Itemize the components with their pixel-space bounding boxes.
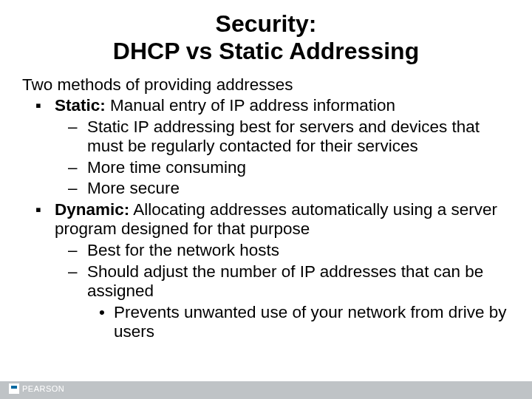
subsub-bullet: •Prevents unwanted use of your network f… bbox=[114, 303, 510, 342]
sub-bullet: –More time consuming bbox=[87, 158, 510, 178]
subsub-text: Prevents unwanted use of your network fr… bbox=[114, 303, 507, 341]
intro-text: Two methods of providing addresses bbox=[22, 75, 510, 95]
dash-bullet-icon: – bbox=[68, 117, 87, 137]
footer-bar: PEARSON bbox=[0, 381, 532, 399]
sub-text: Static IP addressing best for servers an… bbox=[87, 117, 480, 156]
title-line-1: Security: bbox=[216, 10, 317, 37]
bullet-dynamic: ▪Dynamic: Allocating addresses automatic… bbox=[55, 200, 510, 239]
sub-bullet: –More secure bbox=[87, 179, 510, 199]
dash-bullet-icon: – bbox=[68, 241, 87, 261]
dynamic-label: Dynamic: bbox=[55, 200, 129, 219]
sub-text: More secure bbox=[87, 179, 180, 197]
slide-title: Security: DHCP vs Static Addressing bbox=[0, 0, 532, 71]
square-bullet-icon: ▪ bbox=[35, 96, 55, 116]
sub-bullet: –Best for the network hosts bbox=[87, 241, 510, 261]
sub-text: Best for the network hosts bbox=[87, 241, 279, 259]
dash-bullet-icon: – bbox=[68, 179, 87, 199]
static-label: Static: bbox=[55, 96, 106, 115]
pearson-logo: PEARSON bbox=[9, 381, 64, 396]
square-bullet-icon: ▪ bbox=[35, 200, 55, 220]
dash-bullet-icon: – bbox=[68, 158, 87, 178]
sub-text: More time consuming bbox=[87, 158, 246, 177]
dash-bullet-icon: – bbox=[68, 262, 87, 282]
sub-bullet: –Should adjust the number of IP addresse… bbox=[87, 262, 510, 301]
bullet-static: ▪Static: Manual entry of IP address info… bbox=[55, 96, 510, 116]
dot-bullet-icon: • bbox=[99, 303, 114, 323]
sub-text: Should adjust the number of IP addresses… bbox=[87, 262, 483, 301]
slide: Security: DHCP vs Static Addressing Two … bbox=[0, 0, 532, 399]
static-rest: Manual entry of IP address information bbox=[106, 96, 395, 115]
sub-bullet: –Static IP addressing best for servers a… bbox=[87, 117, 510, 157]
pearson-logo-icon bbox=[9, 383, 19, 394]
slide-body: Two methods of providing addresses ▪Stat… bbox=[0, 71, 532, 342]
title-line-2: DHCP vs Static Addressing bbox=[113, 38, 419, 64]
pearson-logo-text: PEARSON bbox=[22, 384, 64, 393]
